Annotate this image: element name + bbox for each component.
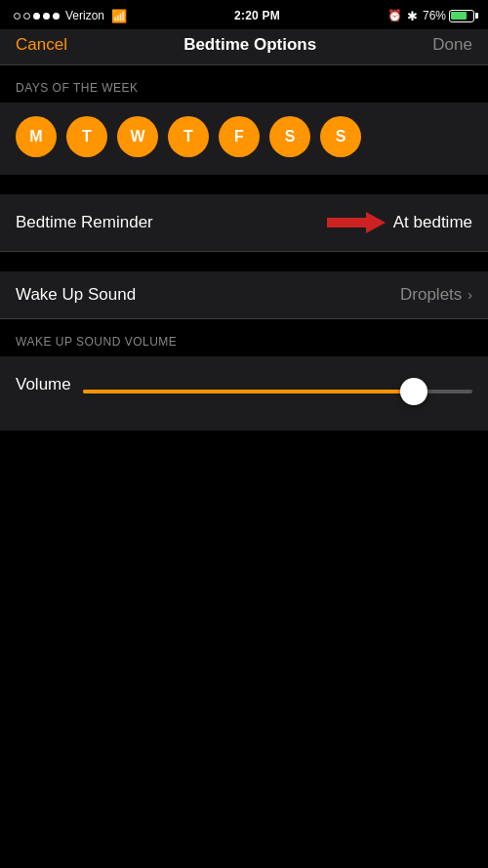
status-time: 2:20 PM [234, 9, 280, 22]
day-circle[interactable]: S [269, 116, 310, 157]
volume-section-label: WAKE UP SOUND VOLUME [0, 319, 488, 356]
day-circle[interactable]: T [66, 116, 107, 157]
signal-dot-4 [43, 13, 50, 20]
volume-section: Volume [0, 356, 488, 431]
battery-fill [451, 12, 467, 20]
signal-dot-1 [14, 13, 20, 20]
divider-1 [0, 175, 488, 194]
day-circle[interactable]: M [16, 116, 57, 157]
bluetooth-icon: ✱ [407, 9, 418, 23]
day-circle[interactable]: W [117, 116, 158, 157]
battery-container: 76% [423, 9, 474, 22]
slider-fill [83, 390, 414, 393]
signal-dot-2 [23, 13, 30, 20]
done-button[interactable]: Done [432, 35, 472, 55]
wake-up-sound-value-container: Droplets › [400, 285, 472, 305]
day-circle[interactable]: F [219, 116, 260, 157]
status-bar: Verizon 📶 2:20 PM ⏰ ✱ 76% [0, 0, 488, 29]
page-title: Bedtime Options [183, 35, 316, 55]
status-right: ⏰ ✱ 76% [387, 9, 474, 23]
svg-marker-0 [327, 212, 386, 233]
day-circle[interactable]: T [168, 116, 209, 157]
wake-up-sound-value: Droplets [400, 285, 462, 305]
carrier-text: Verizon [65, 9, 104, 22]
alarm-icon: ⏰ [387, 9, 402, 22]
chevron-right-icon: › [468, 287, 472, 303]
signal-dot-5 [53, 13, 60, 20]
slider-track [83, 390, 472, 393]
battery-percent: 76% [423, 9, 446, 22]
nav-bar: Cancel Bedtime Options Done [0, 29, 488, 65]
wake-up-sound-label: Wake Up Sound [16, 285, 136, 305]
bedtime-reminder-label: Bedtime Reminder [16, 213, 153, 232]
volume-slider-wrap[interactable] [83, 370, 472, 413]
volume-row: Volume [16, 370, 472, 413]
cancel-button[interactable]: Cancel [16, 35, 67, 55]
bedtime-arrow-container: At bedtime [327, 208, 472, 237]
divider-2 [0, 252, 488, 271]
signal-dots [14, 13, 60, 20]
bedtime-reminder-value: At bedtime [393, 213, 472, 232]
wifi-icon: 📶 [111, 9, 127, 23]
red-arrow-icon [327, 208, 386, 237]
signal-dot-3 [33, 13, 40, 20]
day-circle[interactable]: S [320, 116, 361, 157]
slider-thumb[interactable] [400, 378, 427, 405]
volume-label: Volume [16, 375, 71, 394]
wake-up-sound-row[interactable]: Wake Up Sound Droplets › [0, 271, 488, 319]
status-left: Verizon 📶 [14, 9, 127, 23]
battery-icon [449, 10, 474, 22]
days-section: MTWTFSS [0, 103, 488, 175]
days-section-label: DAYS OF THE WEEK [0, 65, 488, 103]
bedtime-reminder-row[interactable]: Bedtime Reminder At bedtime [0, 194, 488, 252]
